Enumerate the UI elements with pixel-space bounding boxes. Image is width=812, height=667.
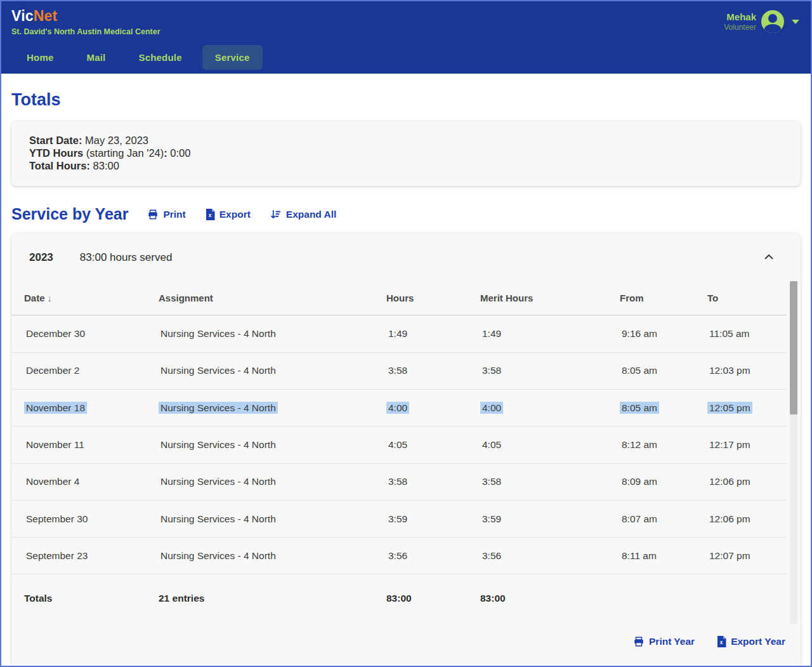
cell-assignment: Nursing Services - 4 North (159, 550, 386, 562)
cell-hours: 4:05 (386, 439, 480, 451)
table-row[interactable]: November 11 Nursing Services - 4 North 4… (11, 426, 787, 463)
nav-tab-service[interactable]: Service (202, 45, 263, 70)
column-header-hours[interactable]: Hours (386, 293, 480, 303)
cell-merit-hours: 4:05 (480, 439, 620, 451)
table-scrollbar-track[interactable] (790, 281, 797, 624)
year-label: 2023 (29, 251, 53, 264)
cell-to: 12:05 pm (707, 402, 774, 414)
excel-file-icon: x (205, 209, 215, 220)
cell-assignment: Nursing Services - 4 North (159, 402, 386, 414)
cell-to: 12:17 pm (707, 439, 774, 451)
table-header-row: Date ↓ Assignment Hours Merit Hours From… (11, 281, 787, 315)
cell-from: 8:05 am (620, 402, 707, 414)
column-header-date[interactable]: Date ↓ (24, 293, 159, 303)
print-year-button[interactable]: Print Year (633, 636, 695, 647)
expand-all-label: Expand All (286, 209, 337, 220)
totals-row-merit-hours: 83:00 (480, 593, 620, 604)
cell-merit-hours: 4:00 (480, 402, 620, 414)
sort-descending-icon: ↓ (48, 293, 53, 303)
cell-to: 12:06 pm (707, 476, 774, 487)
print-button[interactable]: Print (147, 209, 185, 220)
start-date-line: Start Date: May 23, 2023 (29, 134, 783, 147)
print-label: Print (163, 209, 185, 220)
main-nav: Home Mail Schedule Service (11, 45, 801, 70)
ytd-hours-line: YTD Hours (starting Jan '24): 0:00 (29, 147, 783, 159)
cell-date: November 11 (24, 439, 159, 451)
chevron-up-icon[interactable] (764, 252, 774, 263)
cell-date: September 30 (24, 513, 159, 525)
printer-icon (147, 209, 159, 220)
cell-assignment: Nursing Services - 4 North (159, 476, 386, 487)
ytd-hours-note: (starting Jan '24) (86, 147, 164, 159)
nav-tab-schedule[interactable]: Schedule (126, 45, 194, 70)
cell-hours: 3:58 (386, 365, 480, 376)
start-date-label: Start Date: (29, 135, 82, 146)
cell-merit-hours: 1:49 (480, 328, 620, 340)
table-body: December 30 Nursing Services - 4 North 1… (11, 315, 801, 574)
cell-hours: 1:49 (386, 328, 480, 340)
export-button[interactable]: x Export (205, 209, 251, 220)
table-row[interactable]: November 18 Nursing Services - 4 North 4… (11, 390, 787, 426)
expand-all-icon (270, 209, 282, 220)
table-row[interactable]: November 4 Nursing Services - 4 North 3:… (11, 464, 787, 501)
totals-heading: Totals (11, 90, 801, 110)
table-row[interactable]: December 2 Nursing Services - 4 North 3:… (11, 353, 787, 390)
user-name: Mehak (724, 11, 756, 22)
column-header-merit-hours[interactable]: Merit Hours (480, 293, 620, 303)
table-row[interactable]: September 30 Nursing Services - 4 North … (11, 501, 787, 538)
print-year-label: Print Year (649, 636, 695, 647)
table-row[interactable]: December 30 Nursing Services - 4 North 1… (11, 315, 787, 352)
cell-merit-hours: 3:59 (480, 513, 620, 525)
ytd-colon: : (164, 147, 167, 159)
user-avatar-icon (761, 10, 784, 33)
top-navbar: VicNet St. David's North Austin Medical … (1, 1, 811, 74)
cell-hours: 3:59 (386, 513, 480, 525)
cell-assignment: Nursing Services - 4 North (159, 365, 386, 376)
cell-to: 12:03 pm (707, 365, 774, 376)
export-label: Export (219, 209, 251, 220)
ytd-hours-label: YTD Hours (29, 147, 83, 159)
cell-assignment: Nursing Services - 4 North (159, 513, 386, 525)
column-header-assignment[interactable]: Assignment (159, 293, 386, 303)
svg-text:x: x (720, 640, 723, 645)
organization-name: St. David's North Austin Medical Center (11, 27, 801, 36)
year-accordion-header[interactable]: 2023 83:00 hours served (11, 234, 801, 281)
cell-hours: 3:56 (386, 550, 480, 562)
cell-merit-hours: 3:58 (480, 365, 620, 376)
cell-date: December 30 (24, 328, 159, 340)
column-header-to[interactable]: To (707, 293, 774, 303)
start-date-value: May 23, 2023 (85, 135, 148, 146)
year-2023-card: 2023 83:00 hours served Date ↓ Assignmen… (11, 234, 801, 667)
column-header-from[interactable]: From (620, 293, 707, 303)
nav-tab-home[interactable]: Home (14, 45, 66, 70)
cell-merit-hours: 3:58 (480, 476, 620, 487)
totals-card: Start Date: May 23, 2023 YTD Hours (star… (11, 121, 801, 186)
expand-all-button[interactable]: Expand All (270, 209, 337, 220)
vicnet-logo: VicNet (11, 8, 801, 25)
cell-from: 8:07 am (620, 513, 707, 525)
cell-date: September 23 (24, 550, 159, 562)
total-hours-label: Total Hours: (29, 160, 90, 171)
export-year-button[interactable]: x Export Year (716, 636, 785, 647)
cell-merit-hours: 3:56 (480, 550, 620, 562)
table-row[interactable]: September 23 Nursing Services - 4 North … (11, 538, 787, 574)
totals-row-hours: 83:00 (386, 593, 480, 604)
ytd-hours-value: 0:00 (170, 147, 190, 159)
user-menu[interactable]: Mehak Volunteer (724, 10, 799, 33)
cell-date: November 4 (24, 476, 159, 487)
brand-part2: Net (34, 8, 58, 24)
printer-icon (633, 636, 645, 647)
totals-row-label: Totals (24, 593, 159, 604)
cell-to: 12:06 pm (707, 513, 774, 525)
excel-file-icon: x (716, 636, 726, 647)
cell-from: 8:09 am (620, 476, 707, 487)
table-totals-row: Totals 21 entries 83:00 83:00 (11, 574, 787, 622)
totals-row-entries: 21 entries (159, 593, 386, 604)
cell-assignment: Nursing Services - 4 North (159, 328, 386, 340)
cell-to: 12:07 pm (707, 550, 774, 562)
export-year-label: Export Year (731, 636, 785, 647)
table-scrollbar-thumb[interactable] (790, 281, 797, 414)
nav-tab-mail[interactable]: Mail (74, 45, 118, 70)
total-hours-line: Total Hours: 83:00 (29, 159, 783, 172)
cell-date: November 18 (24, 402, 159, 414)
